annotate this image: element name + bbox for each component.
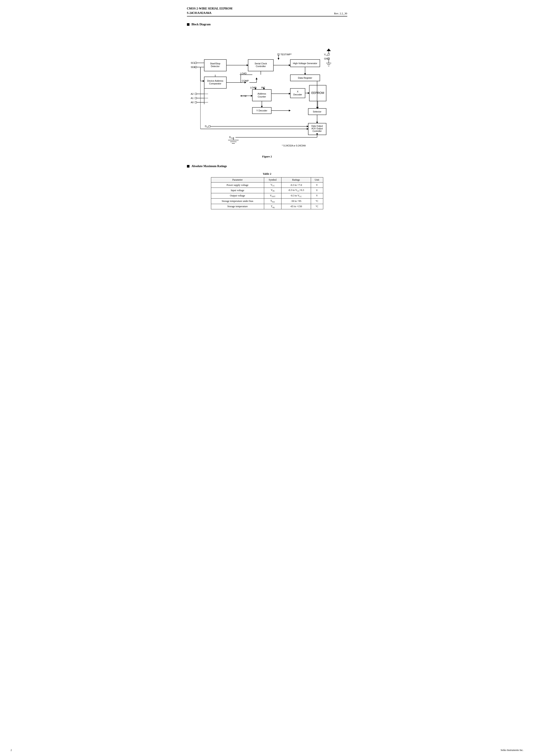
data-out-text3: Controller <box>312 130 322 132</box>
param-vout: Output voltage <box>211 193 264 198</box>
unit-tbias: °C <box>311 199 323 204</box>
sym-tstg: Tstg <box>264 204 281 209</box>
table-row: Input voltage VIN -0.3 to VCC+0.3 V <box>211 188 323 193</box>
table-row: Output voltage VOUT -0.3 to VCC V <box>211 193 323 198</box>
block-diagram-svg: SCL SDA Start/Stop Detector Serial Clock… <box>187 30 347 153</box>
testwp-label: TEST/WP* <box>280 53 292 56</box>
a2-pin-box <box>195 93 197 95</box>
addr-counter-text1: Address <box>257 93 266 95</box>
param-vin: Input voltage <box>211 188 264 193</box>
revision-info: Rev. 2.2_30 <box>334 12 347 15</box>
sym-tbias: Tbias <box>264 199 281 204</box>
abs-max-section-title: Absolute Maximum Ratings <box>187 165 347 168</box>
din-sub: IN <box>206 126 208 128</box>
data-out-text2: ACK Output <box>311 127 323 130</box>
sym-vout: VOUT <box>264 193 281 198</box>
y-decoder-text: Y Decoder <box>256 109 267 112</box>
sym-psu: VCC <box>264 182 281 188</box>
start-stop-text1: Start/Stop <box>210 62 220 65</box>
a1-pin-box <box>195 97 197 99</box>
footnote-text: * S-24C02A or S-24C04A <box>282 145 306 147</box>
serial-clock-text1: Serial Clock <box>254 62 267 65</box>
col-unit: Unit <box>311 177 323 182</box>
x-decoder-text1: X <box>297 90 299 93</box>
start-stop-text2: Detector <box>211 65 220 68</box>
page-header: CMOS 2-WIRE SERIAL EEPROM S-24C01A/02A/0… <box>187 6 347 16</box>
unit-psu: V <box>311 182 323 188</box>
vcc-arrow-up <box>327 48 331 51</box>
inc-label: INC <box>261 86 265 89</box>
param-tbias: Storage temperature under bias <box>211 199 264 204</box>
a0-label: A0 <box>191 101 194 104</box>
load-label1: LOAD <box>240 72 247 75</box>
col-parameter: Parameter <box>211 177 264 182</box>
rat-tbias: -50 to +95 <box>281 199 311 204</box>
ratings-table: Parameter Symbol Ratings Unit Power supp… <box>211 177 323 209</box>
vcc-label: V <box>324 53 326 56</box>
a1-label: A1 <box>191 97 194 99</box>
data-reg-text: Data Register <box>298 77 312 79</box>
comp-label: COMP <box>242 80 249 82</box>
x-decoder-text2: Decoder <box>293 93 302 96</box>
din-pin-box <box>209 125 210 127</box>
block-diagram-section-title: Block Diagram <box>187 23 347 26</box>
serial-clock-text2: Controller <box>256 65 266 68</box>
a2-label: A2 <box>191 93 194 95</box>
hv-gen-text: High-Voltage Generator <box>293 62 317 65</box>
table-title: Table 2 <box>187 172 347 176</box>
table-header-row: Parameter Symbol Ratings Unit <box>211 177 323 182</box>
table-row: Power supply voltage VCC -0.3 to +7.0 V <box>211 182 323 188</box>
scl-label: SCL <box>191 62 195 64</box>
unit-vin: V <box>311 188 323 193</box>
rw-label: R / W <box>241 95 247 97</box>
dout-sub: OUT <box>231 137 234 139</box>
sym-vin: VIN <box>264 188 281 193</box>
block-diagram: SCL SDA Start/Stop Detector Serial Clock… <box>187 30 347 153</box>
selector-text: Selector <box>313 110 321 113</box>
param-psu: Power supply voltage <box>211 182 264 188</box>
dout-label: D <box>229 136 231 138</box>
rat-vout: -0.3 to VCC <box>281 193 311 198</box>
dev-addr-text2: Comparator <box>209 82 221 85</box>
addr-counter-text2: Counter <box>257 95 266 98</box>
unit-tstg: °C <box>311 204 323 209</box>
col-symbol: Symbol <box>264 177 281 182</box>
document-title: CMOS 2-WIRE SERIAL EEPROM S-24C01A/02A/0… <box>187 6 232 15</box>
din-label: D <box>205 125 206 127</box>
section-bullet <box>187 23 189 26</box>
param-tstg: Storage temperature <box>211 204 264 209</box>
section-bullet-2 <box>187 165 189 168</box>
rat-psu: -0.3 to +7.0 <box>281 182 311 188</box>
figure-label: Figure 2 <box>187 155 347 158</box>
table-row: Storage temperature under bias Tbias -50… <box>211 199 323 204</box>
a0-pin-box <box>195 101 197 103</box>
data-out-text1: Data Output <box>311 125 323 127</box>
dev-addr-text1: Device Address <box>207 80 223 82</box>
col-ratings: Ratings <box>281 177 311 182</box>
unit-vout: V <box>311 193 323 198</box>
eeprom-text: EEPROM <box>311 91 324 94</box>
table-row: Storage temperature Tstg -65 to +150 °C <box>211 204 323 209</box>
rat-vin: -0.3 to VCC+0.3 <box>281 188 311 193</box>
rat-tstg: -65 to +150 <box>281 204 311 209</box>
